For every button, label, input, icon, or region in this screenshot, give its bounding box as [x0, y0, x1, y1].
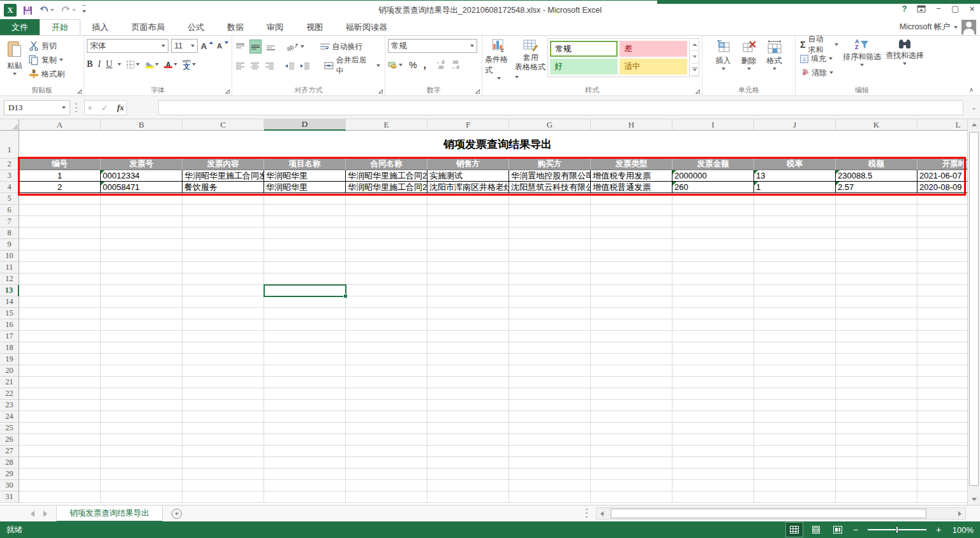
- format-cells-button[interactable]: 格式: [763, 38, 786, 73]
- align-center-button[interactable]: [249, 59, 260, 73]
- cell-e25[interactable]: [346, 423, 427, 434]
- cell-f25[interactable]: [427, 423, 509, 434]
- borders-button[interactable]: [126, 57, 140, 71]
- cell-j22[interactable]: [754, 388, 836, 400]
- column-header-d[interactable]: D: [264, 119, 346, 131]
- cell-d6[interactable]: [264, 205, 346, 216]
- row-header-15[interactable]: 15: [0, 308, 19, 319]
- cell-k9[interactable]: [836, 239, 917, 251]
- cell-a17[interactable]: [19, 331, 101, 342]
- cell-d28[interactable]: [264, 457, 346, 469]
- cell-h12[interactable]: [591, 273, 672, 285]
- cell-j10[interactable]: [754, 251, 836, 262]
- cell-h30[interactable]: [591, 480, 672, 491]
- cancel-button[interactable]: ×: [87, 103, 93, 113]
- cell-d10[interactable]: [264, 251, 346, 262]
- cell-e11[interactable]: [346, 262, 427, 273]
- cell-e9[interactable]: [346, 239, 427, 251]
- cell-l3[interactable]: 2021-06-07: [917, 170, 967, 182]
- cell-g16[interactable]: [509, 319, 591, 331]
- cell-j21[interactable]: [754, 377, 836, 388]
- cell-b31[interactable]: [101, 491, 182, 503]
- cell-l6[interactable]: [917, 205, 967, 216]
- cell-f30[interactable]: [427, 480, 509, 491]
- cell-j8[interactable]: [754, 228, 836, 239]
- merge-center-button[interactable]: 合并后居中: [322, 59, 382, 73]
- vertical-scrollbar[interactable]: [967, 119, 980, 505]
- cell-g14[interactable]: [509, 296, 591, 308]
- cell-l13[interactable]: [917, 285, 967, 296]
- cell-g23[interactable]: [509, 400, 591, 411]
- find-select-button[interactable]: 查找和选择: [884, 38, 926, 66]
- close-button[interactable]: ×: [969, 3, 975, 14]
- cell-j28[interactable]: [754, 457, 836, 469]
- cell-c24[interactable]: [182, 411, 264, 423]
- cell-c9[interactable]: [182, 239, 264, 251]
- cell-i7[interactable]: [672, 216, 754, 228]
- cell-e20[interactable]: [346, 365, 427, 377]
- cell-d7[interactable]: [264, 216, 346, 228]
- cell-i26[interactable]: [672, 434, 754, 446]
- delete-cells-button[interactable]: 删除: [738, 38, 761, 73]
- cell-g17[interactable]: [509, 331, 591, 342]
- ribbon-tab-1[interactable]: 插入: [80, 19, 120, 35]
- cell-i15[interactable]: [672, 308, 754, 319]
- cell-l26[interactable]: [917, 434, 967, 446]
- cell-e5[interactable]: [346, 193, 427, 205]
- row-header-27[interactable]: 27: [0, 446, 19, 457]
- insert-cells-button[interactable]: 插入: [712, 38, 735, 73]
- cell-j30[interactable]: [754, 480, 836, 491]
- cell-i21[interactable]: [672, 377, 754, 388]
- cell-e16[interactable]: [346, 319, 427, 331]
- cell-l17[interactable]: [917, 331, 967, 342]
- shrink-font-button[interactable]: A: [216, 39, 229, 53]
- cell-e30[interactable]: [346, 480, 427, 491]
- cell-i13[interactable]: [672, 285, 754, 296]
- horizontal-scroll-thumb[interactable]: [611, 509, 926, 518]
- cell-g28[interactable]: [509, 457, 591, 469]
- cell-e4[interactable]: 华润昭华里施工合同2: [346, 182, 427, 193]
- row-header-9[interactable]: 9: [0, 239, 19, 251]
- font-name-select[interactable]: 宋体: [87, 39, 168, 53]
- cell-b14[interactable]: [101, 296, 182, 308]
- cell-i31[interactable]: [672, 491, 754, 503]
- cell-h8[interactable]: [591, 228, 672, 239]
- help-button[interactable]: ?: [902, 4, 907, 13]
- cell-l14[interactable]: [917, 296, 967, 308]
- cell-d8[interactable]: [264, 228, 346, 239]
- cell-a2[interactable]: 编号: [19, 159, 101, 170]
- cell-a5[interactable]: [19, 193, 101, 205]
- cell-d14[interactable]: [264, 296, 346, 308]
- scroll-up-button[interactable]: [968, 119, 980, 130]
- cell-k21[interactable]: [836, 377, 917, 388]
- cell-e15[interactable]: [346, 308, 427, 319]
- cell-e3[interactable]: 华润昭华里施工合同2: [346, 170, 427, 182]
- cell-h7[interactable]: [591, 216, 672, 228]
- next-sheet-button[interactable]: [43, 511, 47, 517]
- cell-e23[interactable]: [346, 400, 427, 411]
- cell-k12[interactable]: [836, 273, 917, 285]
- column-header-f[interactable]: F: [427, 119, 509, 131]
- cell-style-normal[interactable]: 常规: [550, 41, 618, 57]
- cell-a8[interactable]: [19, 228, 101, 239]
- cell-g25[interactable]: [509, 423, 591, 434]
- row-header-29[interactable]: 29: [0, 469, 19, 480]
- row-header-25[interactable]: 25: [0, 423, 19, 434]
- cell-j5[interactable]: [754, 193, 836, 205]
- cell-l10[interactable]: [917, 251, 967, 262]
- cell-l7[interactable]: [917, 216, 967, 228]
- zoom-slider-handle[interactable]: [896, 526, 898, 534]
- cell-g12[interactable]: [509, 273, 591, 285]
- cell-l16[interactable]: [917, 319, 967, 331]
- collapse-ribbon-button[interactable]: ∧: [969, 86, 974, 93]
- cell-a25[interactable]: [19, 423, 101, 434]
- cell-k17[interactable]: [836, 331, 917, 342]
- cell-i2[interactable]: 发票金额: [672, 159, 754, 170]
- cell-d12[interactable]: [264, 273, 346, 285]
- font-dialog-launcher[interactable]: [225, 89, 230, 94]
- horizontal-scrollbar[interactable]: [596, 507, 966, 520]
- conditional-formatting-button[interactable]: ≠ 条件格式: [485, 38, 514, 81]
- cell-f17[interactable]: [427, 331, 509, 342]
- cell-c19[interactable]: [182, 354, 264, 365]
- cell-d24[interactable]: [264, 411, 346, 423]
